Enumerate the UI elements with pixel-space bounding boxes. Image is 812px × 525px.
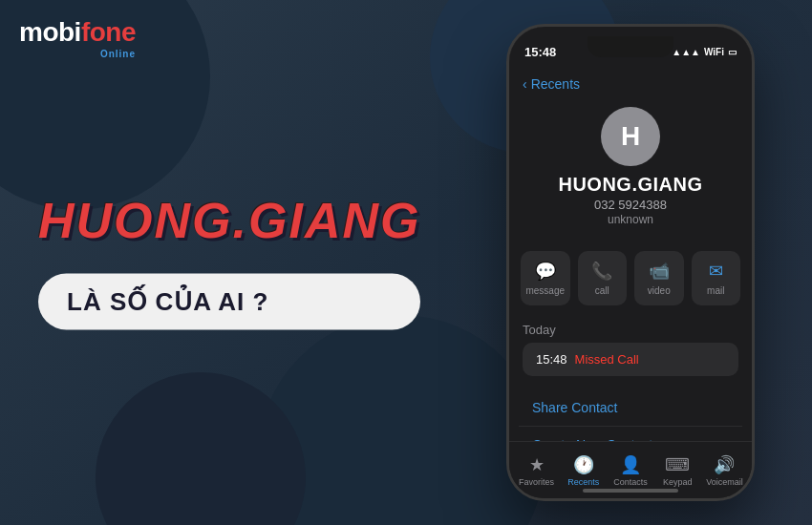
missed-call-label: Missed Call: [575, 352, 639, 367]
nav-keypad[interactable]: ⌨ Keypad: [654, 454, 701, 487]
phone-container: 15:48 ▲▲▲ WiFi ▭ ‹ Recents H HUONG.GIANG…: [506, 24, 755, 501]
logo-text: mobifone: [19, 17, 136, 47]
main-name: HUONG.GIANG: [38, 196, 420, 245]
message-icon: 💬: [535, 261, 556, 282]
phone-frame: 15:48 ▲▲▲ WiFi ▭ ‹ Recents H HUONG.GIANG…: [506, 24, 755, 501]
nav-voicemail[interactable]: 🔊 Voicemail: [701, 454, 748, 487]
favorites-label: Favorites: [519, 477, 554, 487]
wifi-icon: WiFi: [704, 47, 724, 57]
home-indicator: [583, 489, 678, 493]
recent-section: Today 15:48 Missed Call: [509, 315, 752, 380]
favorites-icon: ★: [529, 454, 545, 475]
phone-notch: [588, 36, 673, 57]
logo-mobi: mobi: [19, 17, 81, 47]
nav-recents[interactable]: 🕐 Recents: [560, 454, 607, 487]
contacts-label: Contacts: [613, 477, 648, 487]
call-icon: 📞: [591, 261, 612, 282]
call-button[interactable]: 📞 call: [578, 251, 628, 305]
share-contact-option[interactable]: Share Contact: [519, 389, 742, 427]
contacts-icon: 👤: [620, 454, 641, 475]
video-icon: 📹: [649, 261, 670, 282]
voicemail-icon: 🔊: [714, 454, 735, 475]
logo-container: mobifone Online: [19, 17, 136, 48]
nav-contacts[interactable]: 👤 Contacts: [607, 454, 653, 487]
mail-icon: ✉: [709, 261, 723, 282]
recent-date: Today: [523, 323, 738, 337]
battery-icon: ▭: [728, 47, 737, 57]
logo: mobifone Online: [19, 17, 136, 48]
avatar: H: [601, 107, 660, 166]
message-label: message: [525, 285, 565, 296]
voicemail-label: Voicemail: [706, 477, 743, 487]
back-label: Recents: [531, 76, 580, 92]
back-button[interactable]: ‹ Recents: [509, 69, 593, 99]
contact-unknown: unknown: [608, 213, 653, 226]
phone-screen: ‹ Recents H HUONG.GIANG 032 5924388 unkn…: [509, 69, 752, 498]
mail-button[interactable]: ✉ mail: [692, 251, 741, 305]
logo-online: Online: [100, 49, 136, 59]
subtitle-bubble: LÀ SỐ CỦA AI ?: [38, 274, 420, 330]
video-button[interactable]: 📹 video: [634, 251, 684, 305]
recents-label: Recents: [567, 477, 599, 487]
status-time: 15:48: [524, 45, 556, 59]
avatar-letter: H: [621, 121, 640, 152]
recent-item: 15:48 Missed Call: [523, 343, 738, 376]
subtitle-text: LÀ SỐ CỦA AI ?: [67, 287, 268, 316]
mail-label: mail: [707, 285, 724, 296]
action-buttons: 💬 message 📞 call 📹 video ✉ mail: [509, 242, 752, 315]
status-icons: ▲▲▲ WiFi ▭: [672, 47, 737, 57]
left-content: HUONG.GIANG LÀ SỐ CỦA AI ?: [38, 196, 420, 330]
keypad-label: Keypad: [663, 477, 693, 487]
contact-header: H HUONG.GIANG 032 5924388 unknown: [509, 99, 752, 242]
video-label: video: [648, 285, 671, 296]
signal-icon: ▲▲▲: [672, 47, 700, 57]
recents-icon: 🕐: [573, 454, 594, 475]
contact-number: 032 5924388: [594, 198, 667, 212]
logo-fone: fone: [81, 17, 136, 47]
nav-favorites[interactable]: ★ Favorites: [513, 454, 560, 487]
chevron-left-icon: ‹: [523, 76, 527, 92]
contact-name: HUONG.GIANG: [558, 174, 702, 196]
keypad-icon: ⌨: [665, 454, 690, 475]
recent-time: 15:48: [536, 352, 567, 367]
message-button[interactable]: 💬 message: [521, 251, 570, 305]
call-label: call: [595, 285, 609, 296]
